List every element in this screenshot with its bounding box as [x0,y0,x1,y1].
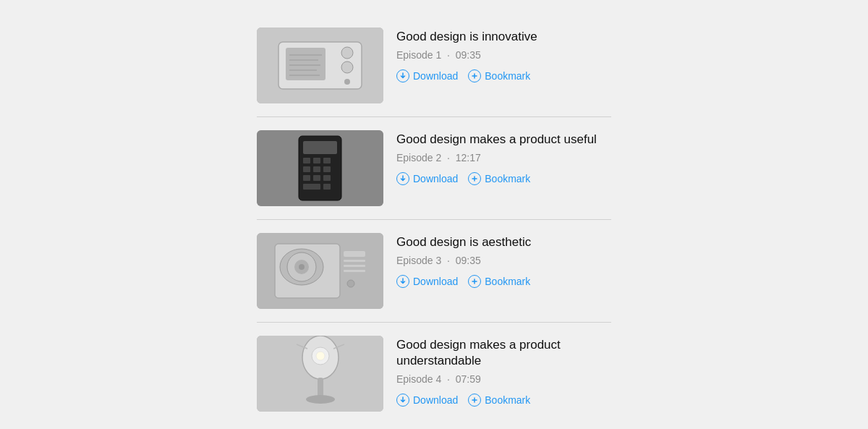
svg-point-45 [316,352,325,360]
bookmark-button[interactable]: Bookmark [468,275,530,288]
bookmark-icon [468,275,481,288]
episode-actions: Download Bookmark [396,69,611,82]
episode-meta: Episode 1 · 09:35 [396,49,611,61]
svg-rect-15 [303,141,337,154]
svg-rect-26 [323,184,331,190]
svg-rect-16 [303,158,310,163]
download-icon [396,275,409,288]
episode-title: Good design makes a product understandab… [396,337,611,369]
list-item: Good design makes a product understandab… [257,322,611,425]
svg-rect-18 [323,158,331,163]
bookmark-button[interactable]: Bookmark [468,172,530,185]
svg-point-47 [306,395,335,404]
svg-rect-22 [303,175,310,181]
episode-actions: Download Bookmark [396,275,611,288]
episode-meta: Episode 4 · 07:59 [396,373,611,385]
svg-rect-37 [344,265,365,267]
svg-rect-38 [344,270,365,272]
download-button[interactable]: Download [396,394,458,407]
episode-meta: Episode 3 · 09:35 [396,255,611,266]
download-button[interactable]: Download [396,172,458,185]
bookmark-label: Bookmark [485,276,530,287]
svg-rect-17 [313,158,320,163]
svg-point-3 [341,47,353,59]
episode-thumbnail [257,233,383,309]
download-button[interactable]: Download [396,275,458,288]
episode-info: Good design makes a product understandab… [396,336,611,407]
episode-info: Good design is aesthetic Episode 3 · 09:… [396,233,611,288]
svg-rect-35 [344,251,365,257]
svg-rect-24 [323,175,331,181]
download-label: Download [413,394,458,406]
svg-rect-25 [303,184,320,190]
download-icon [396,394,409,407]
svg-point-39 [347,280,354,287]
download-label: Download [413,173,458,184]
episode-info: Good design is innovative Episode 1 · 09… [396,27,611,82]
bookmark-button[interactable]: Bookmark [468,69,530,82]
svg-rect-36 [344,260,365,262]
bookmark-label: Bookmark [485,70,530,82]
bookmark-icon [468,394,481,407]
svg-point-34 [299,264,305,270]
bookmark-label: Bookmark [485,394,530,406]
download-icon [396,69,409,82]
episode-meta: Episode 2 · 12:17 [396,152,611,163]
episodes-list: Good design is innovative Episode 1 · 09… [257,14,611,425]
episode-thumbnail [257,336,383,412]
svg-point-4 [341,61,353,73]
svg-rect-20 [313,166,320,172]
episode-actions: Download Bookmark [396,172,611,185]
download-label: Download [413,276,458,287]
bookmark-icon [468,69,481,82]
list-item: Good design is innovative Episode 1 · 09… [257,14,611,116]
svg-rect-23 [313,175,320,181]
episode-info: Good design makes a product useful Episo… [396,130,611,185]
bookmark-button[interactable]: Bookmark [468,394,530,407]
list-item: Good design is aesthetic Episode 3 · 09:… [257,219,611,322]
download-icon [396,172,409,185]
bookmark-icon [468,172,481,185]
download-button[interactable]: Download [396,69,458,82]
svg-rect-19 [303,166,310,172]
episode-title: Good design is aesthetic [396,234,611,250]
episode-actions: Download Bookmark [396,394,611,407]
episode-thumbnail [257,130,383,206]
download-label: Download [413,70,458,82]
bookmark-label: Bookmark [485,173,530,184]
svg-rect-21 [323,166,331,172]
episode-title: Good design makes a product useful [396,132,611,148]
list-item: Good design makes a product useful Episo… [257,116,611,219]
svg-point-5 [344,79,350,85]
episode-title: Good design is innovative [396,29,611,45]
episode-thumbnail [257,27,383,103]
